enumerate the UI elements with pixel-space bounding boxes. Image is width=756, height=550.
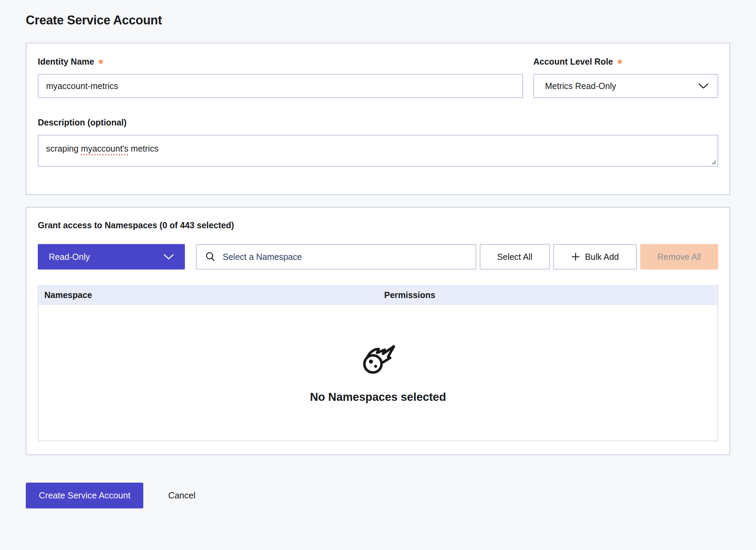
description-text-after: metrics [129,144,159,153]
description-label: Description (optional) [38,117,718,128]
permission-dropdown-value: Read-Only [49,252,90,262]
identity-name-label: Identity Name [38,56,523,67]
service-account-form-card: Identity Name Account Level Role Metrics… [26,43,730,195]
search-icon [205,251,216,262]
account-level-role-label-text: Account Level Role [533,56,613,67]
required-dot-icon [99,59,103,64]
plus-icon [571,252,580,261]
required-dot-icon [618,59,622,64]
namespaces-card: Grant access to Namespaces (0 of 443 sel… [26,207,730,455]
column-header-namespace: Namespace [38,290,378,300]
resize-handle-icon[interactable] [711,159,717,165]
identity-name-input[interactable] [38,74,523,98]
chevron-down-icon [698,83,709,89]
empty-state-message: No Namespaces selected [310,390,446,404]
chevron-down-icon [164,254,174,260]
identity-name-field-group: Identity Name [38,56,523,98]
select-all-label: Select All [497,252,533,262]
namespaces-toolbar: Read-Only Select All [38,244,718,270]
description-textarea[interactable]: scraping myaccount's metrics [38,135,718,167]
description-text-before: scraping [46,144,81,153]
page-title: Create Service Account [26,13,730,28]
cancel-button[interactable]: Cancel [166,490,197,501]
description-field-group: Description (optional) scraping myaccoun… [38,117,718,167]
description-label-text: Description (optional) [38,117,126,128]
account-level-role-select[interactable]: Metrics Read-Only [533,74,718,98]
namespaces-table-header: Namespace Permissions [38,285,718,305]
column-header-permissions: Permissions [378,290,718,300]
form-actions: Create Service Account Cancel [26,483,730,508]
create-service-account-page: Create Service Account Identity Name Acc… [0,0,756,508]
account-level-role-label: Account Level Role [533,56,718,67]
remove-all-label: Remove All [657,252,701,262]
namespaces-table-empty-state: No Namespaces selected [38,305,718,441]
select-all-button[interactable]: Select All [480,244,550,270]
comet-icon [359,342,397,375]
account-level-role-field-group: Account Level Role Metrics Read-Only [533,56,718,98]
identity-name-label-text: Identity Name [38,56,94,67]
description-text-misspelled: myaccount's [81,144,128,153]
namespace-search-input[interactable] [222,252,467,262]
bulk-add-button[interactable]: Bulk Add [553,244,637,270]
bulk-add-label: Bulk Add [585,252,619,262]
namespaces-heading: Grant access to Namespaces (0 of 443 sel… [38,220,718,230]
namespaces-table: Namespace Permissions No Namespaces sele… [38,285,718,441]
create-service-account-button[interactable]: Create Service Account [26,483,143,508]
permission-dropdown[interactable]: Read-Only [38,244,185,270]
account-level-role-selected-value: Metrics Read-Only [545,81,616,91]
namespace-search[interactable] [196,244,476,270]
remove-all-button[interactable]: Remove All [640,244,718,270]
